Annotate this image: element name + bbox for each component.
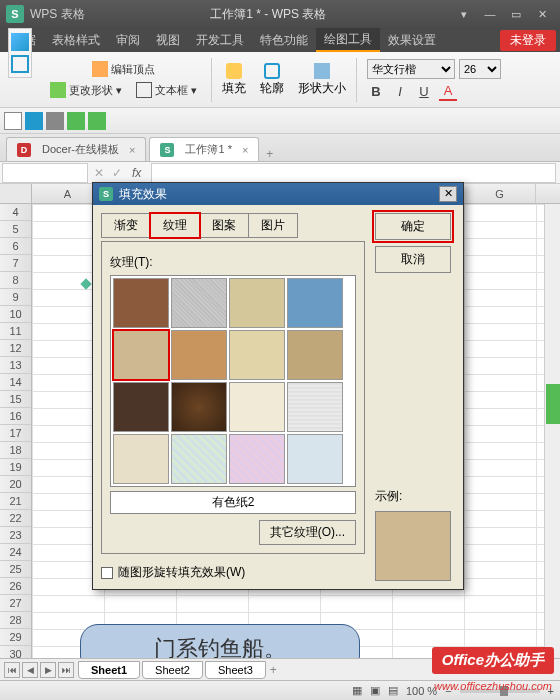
- edit-vertex-button[interactable]: 编辑顶点: [88, 59, 159, 79]
- accept-formula-icon[interactable]: ✓: [108, 166, 126, 180]
- tab-picture[interactable]: 图片: [248, 213, 298, 238]
- close-icon[interactable]: ×: [129, 144, 135, 156]
- row-header[interactable]: 19: [0, 459, 31, 476]
- texture-swatch[interactable]: [287, 278, 343, 328]
- next-sheet-button[interactable]: ▶: [40, 662, 56, 678]
- close-button[interactable]: ✕: [530, 5, 554, 23]
- fx-label[interactable]: fx: [126, 166, 147, 180]
- close-icon[interactable]: ×: [242, 144, 248, 156]
- texture-swatch[interactable]: [171, 278, 227, 328]
- texture-swatch[interactable]: [229, 382, 285, 432]
- arrow-icon[interactable]: [11, 33, 29, 51]
- row-header[interactable]: 7: [0, 255, 31, 272]
- font-name-select[interactable]: 华文行楷: [367, 59, 455, 79]
- tab-pattern[interactable]: 图案: [199, 213, 249, 238]
- menu-table-style[interactable]: 表格样式: [44, 28, 108, 52]
- shape-size-icon[interactable]: [314, 63, 330, 79]
- menu-dev-tools[interactable]: 开发工具: [188, 28, 252, 52]
- undo-icon[interactable]: [67, 112, 85, 130]
- menu-review[interactable]: 审阅: [108, 28, 148, 52]
- row-header[interactable]: 27: [0, 595, 31, 612]
- outline-icon[interactable]: [264, 63, 280, 79]
- vertical-scrollbar[interactable]: [544, 204, 560, 664]
- texture-swatch[interactable]: [229, 434, 285, 484]
- row-header[interactable]: 5: [0, 221, 31, 238]
- font-color-button[interactable]: A: [439, 83, 457, 101]
- doctab-workbook[interactable]: S 工作簿1 * ×: [149, 137, 259, 161]
- texture-swatch[interactable]: [113, 330, 169, 380]
- maximize-button[interactable]: ▭: [504, 5, 528, 23]
- login-button[interactable]: 未登录: [500, 30, 556, 51]
- shape-size-label[interactable]: 形状大小: [298, 80, 346, 97]
- row-header[interactable]: 18: [0, 442, 31, 459]
- new-icon[interactable]: [4, 112, 22, 130]
- texture-swatch[interactable]: [171, 434, 227, 484]
- cancel-formula-icon[interactable]: ✕: [90, 166, 108, 180]
- last-sheet-button[interactable]: ⏭: [58, 662, 74, 678]
- textbox-button[interactable]: 文本框 ▾: [132, 80, 201, 100]
- dialog-titlebar[interactable]: S 填充效果 ✕: [93, 183, 463, 205]
- texture-swatch[interactable]: [287, 330, 343, 380]
- row-header[interactable]: 16: [0, 408, 31, 425]
- menu-view[interactable]: 视图: [148, 28, 188, 52]
- view-layout-icon[interactable]: ▣: [370, 684, 380, 697]
- doctab-docer[interactable]: D Docer-在线模板 ×: [6, 137, 146, 161]
- texture-swatch[interactable]: [287, 382, 343, 432]
- dropdown-icon[interactable]: ▾: [452, 5, 476, 23]
- texture-swatch[interactable]: [287, 434, 343, 484]
- row-header[interactable]: 8: [0, 272, 31, 289]
- add-sheet-button[interactable]: +: [270, 663, 277, 677]
- row-header[interactable]: 24: [0, 544, 31, 561]
- row-header[interactable]: 21: [0, 493, 31, 510]
- bold-button[interactable]: B: [367, 83, 385, 101]
- row-header[interactable]: 15: [0, 391, 31, 408]
- texture-swatch[interactable]: [113, 434, 169, 484]
- first-sheet-button[interactable]: ⏮: [4, 662, 20, 678]
- row-header[interactable]: 10: [0, 306, 31, 323]
- row-header[interactable]: 9: [0, 289, 31, 306]
- row-header[interactable]: 25: [0, 561, 31, 578]
- ok-button[interactable]: 确定: [375, 213, 451, 240]
- row-header[interactable]: 20: [0, 476, 31, 493]
- sheet-tab-3[interactable]: Sheet3: [205, 661, 266, 679]
- rotate-checkbox[interactable]: [101, 567, 113, 579]
- row-header[interactable]: 28: [0, 612, 31, 629]
- texture-swatch[interactable]: [229, 330, 285, 380]
- row-header[interactable]: 12: [0, 340, 31, 357]
- save-icon[interactable]: [25, 112, 43, 130]
- name-box[interactable]: [2, 163, 88, 183]
- fill-icon[interactable]: [226, 63, 242, 79]
- row-header[interactable]: 14: [0, 374, 31, 391]
- add-tab-button[interactable]: +: [266, 147, 273, 161]
- texture-swatch[interactable]: [171, 382, 227, 432]
- view-break-icon[interactable]: ▤: [388, 684, 398, 697]
- row-header[interactable]: 23: [0, 527, 31, 544]
- view-normal-icon[interactable]: ▦: [352, 684, 362, 697]
- cancel-button[interactable]: 取消: [375, 246, 451, 273]
- select-all-corner[interactable]: [0, 184, 32, 204]
- fill-label[interactable]: 填充: [222, 80, 246, 97]
- minimize-button[interactable]: —: [478, 5, 502, 23]
- texture-swatch[interactable]: [171, 330, 227, 380]
- underline-button[interactable]: U: [415, 83, 433, 101]
- tab-gradient[interactable]: 渐变: [101, 213, 151, 238]
- row-header[interactable]: 4: [0, 204, 31, 221]
- shape-icon[interactable]: [11, 55, 29, 73]
- row-header[interactable]: 11: [0, 323, 31, 340]
- sheet-tab-2[interactable]: Sheet2: [142, 661, 203, 679]
- dialog-close-button[interactable]: ✕: [439, 186, 457, 202]
- outline-label[interactable]: 轮廓: [260, 80, 284, 97]
- texture-swatch[interactable]: [113, 278, 169, 328]
- sheet-tab-1[interactable]: Sheet1: [78, 661, 140, 679]
- print-icon[interactable]: [46, 112, 64, 130]
- menu-drawing-tools[interactable]: 绘图工具: [316, 28, 380, 52]
- row-header[interactable]: 26: [0, 578, 31, 595]
- font-size-select[interactable]: 26: [459, 59, 501, 79]
- zoom-level[interactable]: 100 %: [406, 685, 437, 697]
- tab-texture[interactable]: 纹理: [150, 213, 200, 238]
- row-header[interactable]: 6: [0, 238, 31, 255]
- menu-effects[interactable]: 效果设置: [380, 28, 444, 52]
- col-header[interactable]: G: [464, 184, 536, 203]
- texture-swatch[interactable]: [113, 382, 169, 432]
- italic-button[interactable]: I: [391, 83, 409, 101]
